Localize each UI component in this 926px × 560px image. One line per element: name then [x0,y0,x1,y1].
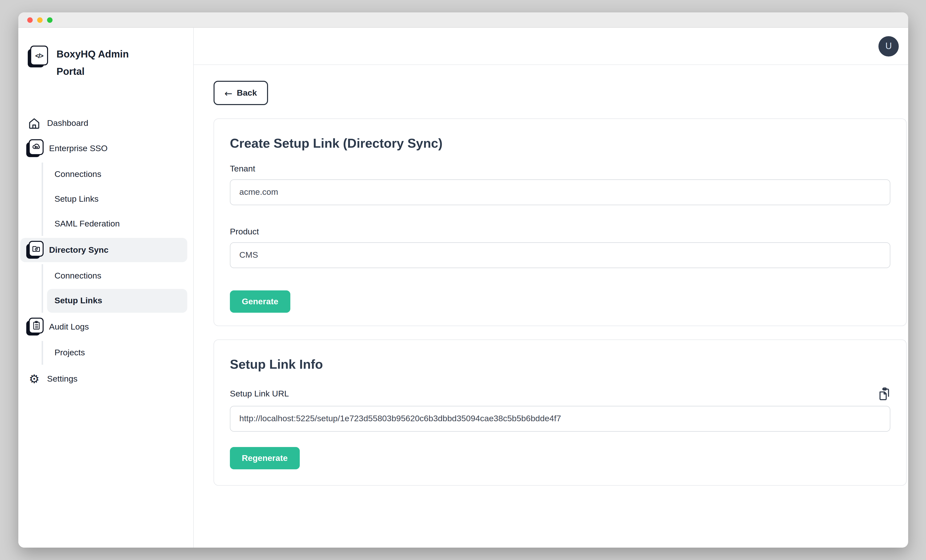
window-titlebar [18,12,908,28]
user-avatar[interactable]: U [878,36,899,56]
directory-sync-icon [27,241,44,259]
back-button[interactable]: ← Back [213,81,268,105]
sidebar-item-dashboard[interactable]: Dashboard [20,111,187,135]
sidebar-item-label: Dashboard [47,118,88,128]
tenant-label: Tenant [230,164,890,174]
tenant-field-group: Tenant [230,164,890,205]
create-card-title: Create Setup Link (Directory Sync) [230,136,890,151]
gear-icon: ⚙ [27,373,42,385]
sidebar-item-sso-connections[interactable]: Connections [47,162,187,186]
sidebar-item-sso-setup-links[interactable]: Setup Links [47,187,187,211]
sidebar-item-enterprise-sso[interactable]: Enterprise SSO [20,136,187,160]
url-field-group: Setup Link URL [230,387,890,431]
enterprise-sso-icon [27,139,44,158]
back-button-label: Back [237,88,257,98]
sidebar-item-label: Directory Sync [49,245,109,255]
sidebar-item-label: Connections [54,271,101,281]
enterprise-sso-subnav: Connections Setup Links SAML Federation [42,162,193,236]
audit-logs-subnav: Projects [42,341,193,365]
minimize-window-icon[interactable] [37,17,42,23]
sidebar-item-dsync-connections[interactable]: Connections [47,264,187,288]
info-card-title: Setup Link Info [230,357,890,372]
tenant-input[interactable] [230,179,890,205]
setup-link-url-label: Setup Link URL [230,389,289,399]
sidebar-item-label: Connections [54,170,101,179]
generate-button[interactable]: Generate [230,291,290,313]
top-header: U [194,28,908,65]
setup-link-url-input[interactable] [230,406,890,431]
regenerate-button[interactable]: Regenerate [230,447,300,469]
create-setup-link-card: Create Setup Link (Directory Sync) Tenan… [213,118,907,326]
sidebar-item-label: Settings [47,374,77,384]
boxyhq-logo-icon: </> [28,45,48,68]
sidebar: </> BoxyHQ Admin Portal Dashboard [18,28,194,548]
product-input[interactable] [230,242,890,268]
desktop-background: </> BoxyHQ Admin Portal Dashboard [0,0,926,560]
app-window: </> BoxyHQ Admin Portal Dashboard [18,12,908,548]
page-content: ← Back Create Setup Link (Directory Sync… [194,65,908,486]
product-field-group: Product [230,227,890,268]
sidebar-item-settings[interactable]: ⚙ Settings [20,367,187,391]
sidebar-item-saml-federation[interactable]: SAML Federation [47,212,187,236]
sidebar-item-directory-sync[interactable]: Directory Sync [20,238,187,262]
audit-logs-icon [27,318,44,336]
close-window-icon[interactable] [27,17,33,23]
sidebar-item-label: Setup Links [54,296,102,306]
avatar-initial: U [885,41,892,51]
main-area: U ← Back Create Setup Link (Directory Sy… [194,28,908,548]
app-title: BoxyHQ Admin Portal [56,45,131,80]
sidebar-item-projects[interactable]: Projects [47,341,187,365]
home-icon [27,117,42,130]
copy-icon [878,387,890,400]
sidebar-item-label: Audit Logs [49,322,89,332]
zoom-window-icon[interactable] [47,17,53,23]
sidebar-item-dsync-setup-links[interactable]: Setup Links [47,289,187,313]
sidebar-nav: Dashboard Enterprise S [18,111,193,391]
sidebar-item-label: Enterprise SSO [49,144,107,153]
sidebar-item-label: Setup Links [54,194,98,204]
copy-to-clipboard-button[interactable] [878,387,890,400]
setup-link-info-card: Setup Link Info Setup Link URL [213,339,907,486]
sidebar-item-label: SAML Federation [54,219,120,229]
back-arrow-icon: ← [224,88,232,98]
product-label: Product [230,227,890,237]
sidebar-item-audit-logs[interactable]: Audit Logs [20,315,187,339]
sidebar-item-label: Projects [54,348,85,358]
app-logo[interactable]: </> BoxyHQ Admin Portal [18,45,193,80]
directory-sync-subnav: Connections Setup Links [42,264,193,313]
